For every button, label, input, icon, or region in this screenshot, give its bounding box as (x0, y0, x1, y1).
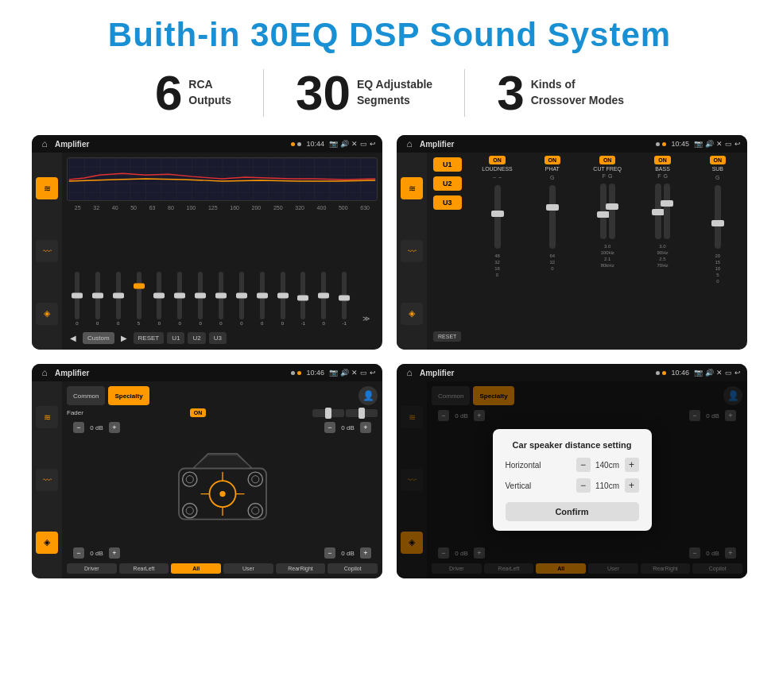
u3-crossover-button[interactable]: U3 (433, 195, 462, 210)
horizontal-plus-btn[interactable]: + (625, 458, 639, 472)
back-icon-4[interactable]: ↩ (734, 369, 741, 377)
copilot-btn[interactable]: Copilot (327, 563, 378, 574)
home-icon[interactable]: ⌂ (38, 137, 51, 150)
sidebar-2: ≋ 〰 ◈ (397, 153, 427, 350)
app-title-1: Amplifier (55, 140, 287, 149)
fader-slider-1[interactable] (312, 409, 344, 417)
eq-graph (67, 157, 378, 201)
car-area: − 0 dB + − 0 dB + (67, 420, 378, 560)
window-icon-1[interactable]: ▭ (360, 140, 367, 148)
db-minus-bl[interactable]: − (73, 547, 84, 559)
confirm-button[interactable]: Confirm (506, 502, 639, 521)
home-icon-4[interactable]: ⌂ (403, 366, 416, 379)
db-plus-tr[interactable]: + (360, 422, 371, 433)
top-db-controls: − 0 dB + − 0 dB + (67, 420, 378, 435)
bass-on-btn[interactable]: ON (654, 156, 671, 164)
status-time-4: 10:46 (671, 369, 689, 377)
loudness-labels: ~~ (493, 175, 502, 180)
stats-row: 6 RCAOutputs 30 EQ AdjustableSegments 3 … (24, 68, 755, 118)
db-val-tr: 0 dB (338, 424, 358, 431)
bass-slider-f[interactable] (655, 184, 661, 239)
window-icon-2[interactable]: ▭ (725, 140, 732, 148)
sub-on-btn[interactable]: ON (710, 156, 727, 164)
speaker-icon[interactable]: ◈ (36, 303, 58, 325)
status-dot-1 (291, 142, 295, 146)
wave-icon-2[interactable]: 〰 (401, 240, 423, 262)
close-icon-4[interactable]: ✕ (716, 369, 723, 377)
eq-icon-3[interactable]: ≋ (36, 406, 58, 428)
vertical-plus-btn[interactable]: + (625, 478, 639, 493)
bass-slider-g[interactable] (664, 184, 670, 239)
status-icons-2: 10:45 📷 🔊 ✕ ▭ ↩ (656, 140, 741, 148)
u2-button-1[interactable]: U2 (188, 332, 205, 344)
camera-icon-4: 📷 (694, 369, 703, 377)
eq-icon-2[interactable]: ≋ (401, 177, 423, 199)
db-minus-tl[interactable]: − (73, 422, 84, 433)
phat-slider[interactable] (549, 185, 556, 249)
camera-icon-3: 📷 (329, 369, 338, 377)
loudness-slider[interactable] (494, 185, 501, 249)
u3-button-1[interactable]: U3 (209, 332, 227, 344)
loudness-on-btn[interactable]: ON (489, 156, 506, 164)
sidebar-3: ≋ 〰 ◈ (32, 381, 62, 578)
u2-crossover-button[interactable]: U2 (433, 176, 462, 191)
speaker-icon-2[interactable]: ◈ (401, 303, 423, 325)
status-bar-1: ⌂ Amplifier 10:44 📷 🔊 ✕ ▭ ↩ (32, 135, 382, 153)
close-icon-2[interactable]: ✕ (716, 140, 723, 148)
specialty-tab[interactable]: Specialty (108, 386, 149, 405)
back-icon-2[interactable]: ↩ (734, 140, 741, 148)
wave-icon-3[interactable]: 〰 (36, 469, 58, 491)
db-group-br: − 0 dB + (324, 547, 371, 559)
common-tab[interactable]: Common (67, 386, 105, 405)
cutfreq-on-btn[interactable]: ON (599, 156, 616, 164)
back-icon-3[interactable]: ↩ (370, 369, 376, 377)
user-icon: 👤 (358, 386, 378, 405)
speaker-icon-3[interactable]: ◈ (36, 532, 58, 554)
phat-on-btn[interactable]: ON (545, 156, 561, 164)
close-icon-3[interactable]: ✕ (351, 369, 358, 377)
driver-btn[interactable]: Driver (67, 563, 117, 574)
stat-eq-label: EQ AdjustableSegments (357, 77, 432, 108)
status-bar-4: ⌂ Amplifier 10:46 📷 🔊 ✕ ▭ ↩ (397, 364, 747, 381)
reset-button-1[interactable]: RESET (134, 332, 165, 344)
custom-preset-button[interactable]: Custom (83, 332, 114, 344)
sub-g-label: G (715, 175, 719, 180)
home-icon-3[interactable]: ⌂ (38, 366, 51, 379)
cutfreq-slider-g[interactable] (609, 184, 615, 239)
slider-4: 0 (157, 272, 161, 326)
rearright-btn[interactable]: RearRight (276, 563, 326, 574)
fader-slider-2[interactable] (346, 409, 378, 417)
horizontal-minus-btn[interactable]: − (576, 458, 591, 472)
user-btn[interactable]: User (223, 563, 273, 574)
db-plus-bl[interactable]: + (109, 547, 120, 559)
fader-on-button[interactable]: ON (190, 408, 207, 417)
reset-button-2[interactable]: RESET (433, 331, 461, 342)
db-plus-br[interactable]: + (360, 547, 371, 559)
status-time-2: 10:45 (671, 140, 689, 148)
u1-crossover-button[interactable]: U1 (433, 157, 462, 172)
svg-point-10 (186, 476, 193, 483)
window-icon-3[interactable]: ▭ (360, 369, 367, 377)
db-minus-br[interactable]: − (324, 547, 335, 559)
back-icon-1[interactable]: ↩ (370, 140, 376, 148)
u1-button-1[interactable]: U1 (167, 332, 184, 344)
vertical-minus-btn[interactable]: − (576, 478, 591, 493)
eq-icon[interactable]: ≋ (36, 177, 58, 199)
db-minus-tr[interactable]: − (324, 422, 335, 433)
eq-sliders: 0 0 0 5 0 0 0 0 0 0 0 -1 0 -1 (67, 215, 378, 327)
fader-mini-sliders (312, 409, 378, 417)
all-btn[interactable]: All (171, 563, 221, 574)
prev-preset-button[interactable]: ◀ (67, 331, 79, 345)
window-icon-4[interactable]: ▭ (725, 369, 732, 377)
arrows-icon[interactable]: ≫ (362, 315, 370, 323)
db-plus-tl[interactable]: + (109, 422, 120, 433)
sub-slider[interactable] (715, 185, 721, 249)
svg-point-11 (248, 472, 262, 486)
app-title-3: Amplifier (55, 369, 287, 377)
close-icon-1[interactable]: ✕ (351, 140, 358, 148)
next-preset-button[interactable]: ▶ (118, 331, 130, 345)
home-icon-2[interactable]: ⌂ (403, 137, 416, 150)
wave-icon[interactable]: 〰 (36, 240, 58, 262)
cutfreq-slider-f[interactable] (600, 184, 607, 239)
rearleft-btn[interactable]: RearLeft (119, 563, 169, 574)
